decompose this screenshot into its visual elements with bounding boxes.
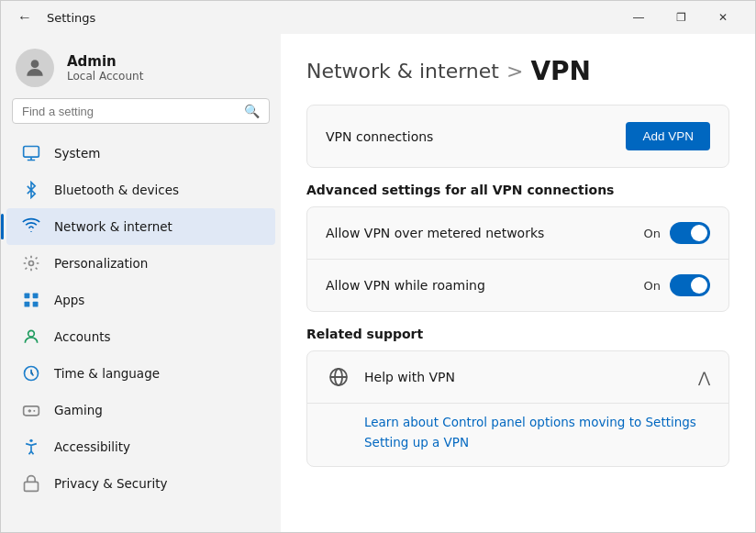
advanced-settings-card: Allow VPN over metered networks On Allow…: [306, 206, 729, 312]
search-input[interactable]: [22, 105, 237, 118]
sidebar-item-accessibility[interactable]: Accessibility: [6, 428, 275, 465]
svg-point-2: [29, 261, 34, 266]
support-link-setup-vpn[interactable]: Setting up a VPN: [364, 435, 710, 450]
bluetooth-icon: [21, 180, 41, 200]
support-links: Learn about Control panel options moving…: [307, 403, 728, 466]
sidebar-item-privacy-label: Privacy & Security: [54, 476, 167, 491]
sidebar-item-apps-label: Apps: [54, 293, 84, 307]
vpn-connections-label: VPN connections: [326, 129, 433, 144]
settings-window: ← Settings — ❐ ✕ Admin Local Accoun: [0, 0, 756, 533]
svg-rect-4: [33, 294, 39, 299]
vpn-connections-row: VPN connections Add VPN: [307, 105, 728, 167]
sidebar-item-bluetooth[interactable]: Bluetooth & devices: [6, 172, 275, 208]
sidebar-item-system[interactable]: System: [6, 135, 275, 172]
sidebar-item-personalization-label: Personalization: [54, 256, 148, 271]
help-label: Help with VPN: [364, 370, 455, 384]
privacy-icon: [21, 473, 41, 494]
sidebar-nav: System Bluetooth & devices Network & int…: [1, 135, 281, 502]
help-row[interactable]: Help with VPN ⋀: [307, 351, 728, 403]
sidebar-item-gaming-label: Gaming: [54, 403, 103, 417]
breadcrumb-current: VPN: [530, 56, 591, 86]
svg-rect-5: [25, 302, 30, 307]
search-box: 🔍: [12, 98, 270, 124]
roaming-toggle-group: On: [644, 274, 710, 296]
svg-point-0: [31, 60, 39, 68]
breadcrumb-separator: >: [506, 60, 523, 83]
related-support-title: Related support: [306, 327, 729, 341]
metered-state-label: On: [644, 227, 661, 240]
vpn-connections-card: VPN connections Add VPN: [306, 105, 729, 168]
avatar: [16, 49, 54, 87]
user-section: Admin Local Account: [1, 34, 281, 98]
chevron-up-icon: ⋀: [698, 369, 710, 386]
svg-point-7: [28, 330, 35, 337]
help-globe-icon: [326, 364, 351, 390]
main-layout: Admin Local Account 🔍 System: [1, 34, 755, 532]
sidebar-item-bluetooth-label: Bluetooth & devices: [54, 183, 179, 197]
sidebar-item-time[interactable]: Time & language: [6, 355, 275, 392]
svg-rect-6: [33, 302, 39, 307]
minimize-button[interactable]: —: [617, 4, 660, 31]
sidebar-item-network[interactable]: Network & internet: [6, 208, 275, 245]
sidebar-item-personalization[interactable]: Personalization: [6, 245, 275, 282]
maximize-button[interactable]: ❐: [660, 4, 702, 31]
titlebar-left: ← Settings: [12, 7, 95, 28]
support-card: Help with VPN ⋀ Learn about Control pane…: [306, 350, 729, 467]
sidebar-item-system-label: System: [54, 146, 100, 161]
sidebar: Admin Local Account 🔍 System: [1, 34, 281, 532]
personalization-icon: [21, 253, 41, 273]
time-icon: [21, 363, 41, 383]
svg-rect-3: [25, 294, 30, 299]
sidebar-item-network-label: Network & internet: [54, 219, 172, 234]
user-type: Local Account: [67, 70, 143, 83]
network-icon: [21, 217, 41, 237]
main-content: Network & internet > VPN VPN connections…: [281, 34, 755, 532]
sidebar-item-time-label: Time & language: [54, 366, 160, 381]
roaming-state-label: On: [644, 279, 661, 293]
titlebar-title: Settings: [47, 11, 95, 25]
sidebar-item-accounts-label: Accounts: [54, 329, 111, 344]
metered-toggle-group: On: [644, 222, 710, 244]
system-icon: [21, 143, 41, 163]
accounts-icon: [21, 327, 41, 347]
gaming-icon: [21, 400, 41, 420]
breadcrumb: Network & internet > VPN: [306, 56, 729, 86]
setting-row-metered: Allow VPN over metered networks On: [307, 207, 728, 259]
sidebar-item-accounts[interactable]: Accounts: [6, 318, 275, 355]
close-button[interactable]: ✕: [702, 4, 744, 31]
apps-icon: [21, 290, 41, 310]
roaming-toggle[interactable]: [670, 274, 710, 296]
roaming-label: Allow VPN while roaming: [326, 278, 485, 293]
setting-row-roaming: Allow VPN while roaming On: [307, 259, 728, 311]
user-info: Admin Local Account: [67, 53, 143, 83]
svg-rect-1: [24, 147, 39, 158]
search-container: 🔍: [1, 98, 281, 135]
metered-network-label: Allow VPN over metered networks: [326, 226, 544, 240]
svg-rect-11: [25, 482, 39, 491]
breadcrumb-parent[interactable]: Network & internet: [306, 60, 499, 83]
help-row-left: Help with VPN: [326, 364, 455, 390]
advanced-settings-title: Advanced settings for all VPN connection…: [306, 183, 729, 197]
sidebar-item-gaming[interactable]: Gaming: [6, 392, 275, 428]
search-icon: 🔍: [244, 104, 260, 118]
svg-point-10: [29, 439, 32, 442]
back-button[interactable]: ←: [12, 7, 38, 28]
metered-toggle[interactable]: [670, 222, 710, 244]
sidebar-item-apps[interactable]: Apps: [6, 282, 275, 318]
add-vpn-button[interactable]: Add VPN: [626, 122, 710, 150]
support-link-control-panel[interactable]: Learn about Control panel options moving…: [364, 415, 710, 429]
titlebar-controls: — ❐ ✕: [617, 4, 744, 31]
user-name: Admin: [67, 53, 143, 70]
titlebar: ← Settings — ❐ ✕: [1, 1, 755, 34]
sidebar-item-accessibility-label: Accessibility: [54, 439, 130, 454]
accessibility-icon: [21, 437, 41, 457]
sidebar-item-privacy[interactable]: Privacy & Security: [6, 465, 275, 502]
